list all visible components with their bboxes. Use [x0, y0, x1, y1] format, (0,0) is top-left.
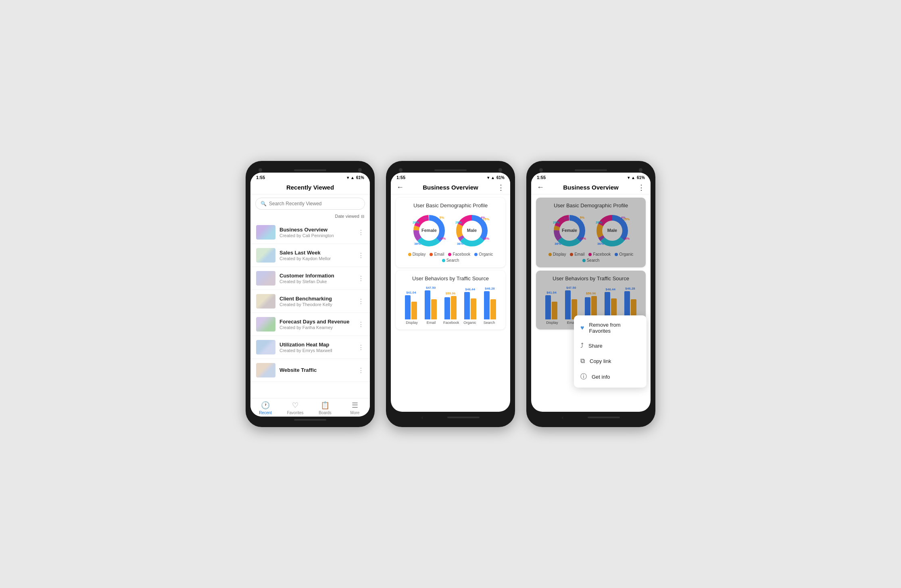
- more-button-2[interactable]: ⋮: [497, 183, 505, 192]
- back-button-3[interactable]: ←: [537, 183, 544, 192]
- donut-row-3: Female 26% 12% 5% 19% 38%: [539, 213, 642, 249]
- female-donut-3: Female 26% 12% 5% 19% 38%: [551, 213, 588, 249]
- nav-favorites-label: Favorites: [287, 411, 303, 415]
- item-creator-5: Created by Emrys Maxwell: [279, 348, 355, 353]
- search-bar-1[interactable]: 🔍: [255, 198, 365, 210]
- home-bar-3: [588, 417, 620, 418]
- phone-3: 1:55 ▾ ▲ 61% ← Business Overview ⋮ User …: [526, 161, 655, 427]
- list-item[interactable]: Client Benchmarking Created by Theodore …: [250, 290, 370, 313]
- donut-legend-3: Display Email Facebook Organic Search: [539, 252, 642, 263]
- screen-title-1: Recently Viewed: [286, 184, 334, 191]
- phone-2: 1:55 ▾ ▲ 61% ← Business Overview ⋮ User …: [386, 161, 515, 427]
- demographic-title-2: User Basic Demographic Profile: [399, 202, 502, 209]
- nav-recent[interactable]: 🕐 Recent: [250, 401, 280, 415]
- bar-labels-2: Display Email Facebook Organic Search: [400, 319, 501, 325]
- more-button-3[interactable]: ⋮: [638, 183, 645, 192]
- menu-get-info[interactable]: ⓘ Get info: [574, 369, 647, 385]
- status-bar-2: 1:55 ▾ ▲ 61%: [391, 173, 510, 181]
- screen-title-2: Business Overview: [423, 184, 478, 191]
- male-donut: Male 28% 4% 15% 18% 36%: [454, 213, 490, 249]
- svg-text:Female: Female: [562, 228, 577, 233]
- item-dots-0[interactable]: ⋮: [355, 229, 364, 236]
- camera-dot-right: [358, 168, 362, 172]
- item-dots-2[interactable]: ⋮: [355, 275, 364, 282]
- bars-container-3: $41.04 $47.50: [541, 287, 641, 319]
- thumbnail-heat: [256, 340, 275, 354]
- item-dots-5[interactable]: ⋮: [355, 344, 364, 351]
- screen-header-1: Recently Viewed: [250, 181, 370, 194]
- screen-header-2: ← Business Overview ⋮: [391, 181, 510, 194]
- item-dots-4[interactable]: ⋮: [355, 321, 364, 328]
- item-dots-1[interactable]: ⋮: [355, 252, 364, 259]
- home-bar-2: [447, 417, 480, 418]
- bar-chart-2: $41.04 $47.50: [399, 286, 502, 325]
- item-name-2: Customer Information: [279, 273, 355, 279]
- item-creator-1: Created by Kaydon Mellor: [279, 256, 355, 261]
- thumbnail-sales: [256, 248, 275, 263]
- list-item[interactable]: Business Overview Created by Cali Pennin…: [250, 221, 370, 244]
- back-nav-3[interactable]: ‹: [562, 414, 564, 421]
- wifi-icon-3: ▾: [628, 175, 630, 180]
- phone-1: 1:55 ▾ ▲ 61% Recently Viewed 🔍 Date view…: [246, 161, 375, 427]
- info-icon: ⓘ: [580, 373, 587, 381]
- item-name-3: Client Benchmarking: [279, 296, 355, 302]
- screen-header-3: ← Business Overview ⋮: [531, 181, 651, 194]
- context-menu: ♥ Remove from Favorites ⤴ Share ⧉ Copy l…: [574, 315, 647, 388]
- phone-bottom-2: ‹: [391, 412, 510, 422]
- list-item[interactable]: Utilization Heat Map Created by Emrys Ma…: [250, 336, 370, 359]
- traffic-title-3: User Behaviors by Traffic Source: [539, 275, 642, 281]
- time-1: 1:55: [256, 175, 265, 180]
- bars-container-2: $41.04 $47.50: [400, 287, 501, 319]
- camera-dot-right-3: [639, 168, 642, 172]
- back-nav-2[interactable]: ‹: [421, 414, 423, 421]
- thumbnail-client: [256, 294, 275, 309]
- list-info-2: Customer Information Created by Stefan D…: [279, 273, 355, 284]
- demographic-card-2: User Basic Demographic Profile: [396, 198, 505, 267]
- speaker-bar: [294, 169, 326, 171]
- boards-icon: 📋: [321, 401, 330, 410]
- menu-share[interactable]: ⤴ Share: [574, 338, 647, 353]
- speaker-bar-2: [434, 169, 467, 171]
- item-creator-0: Created by Cali Pennington: [279, 233, 355, 238]
- demographic-title-3: User Basic Demographic Profile: [539, 202, 642, 209]
- recent-icon: 🕐: [261, 401, 270, 410]
- thumbnail-business: [256, 225, 275, 240]
- copy-icon: ⧉: [580, 357, 585, 365]
- thumbnail-website: [256, 363, 275, 377]
- label-facebook: Facebook: [443, 321, 458, 325]
- filter-icon[interactable]: ⊟: [361, 214, 364, 219]
- search-input-1[interactable]: [269, 201, 360, 206]
- status-bar-1: 1:55 ▾ ▲ 61%: [250, 173, 370, 181]
- label-search: Search: [482, 321, 496, 325]
- list-item[interactable]: Forecast Days and Revenue Created by Far…: [250, 313, 370, 336]
- phone-bottom-1: [250, 417, 370, 422]
- list-item[interactable]: Sales Last Week Created by Kaydon Mellor…: [250, 244, 370, 267]
- donut-legend-2: Display Email Facebook Organic Search: [399, 252, 502, 263]
- status-bar-3: 1:55 ▾ ▲ 61%: [531, 173, 651, 181]
- item-dots-6[interactable]: ⋮: [355, 367, 364, 374]
- menu-remove-favorites[interactable]: ♥ Remove from Favorites: [574, 318, 647, 338]
- screen-title-3: Business Overview: [563, 184, 619, 191]
- menu-copy-link[interactable]: ⧉ Copy link: [574, 353, 647, 369]
- label-organic: Organic: [463, 321, 477, 325]
- svg-text:Female: Female: [421, 228, 437, 233]
- list-area: Business Overview Created by Cali Pennin…: [250, 221, 370, 398]
- camera-dot-left-3: [539, 168, 543, 172]
- nav-boards[interactable]: 📋 Boards: [310, 401, 340, 415]
- nav-favorites[interactable]: ♡ Favorites: [280, 401, 310, 415]
- traffic-card-2: User Behaviors by Traffic Source $41.04: [396, 271, 505, 329]
- nav-more[interactable]: ☰ More: [340, 401, 370, 415]
- camera-dot-left-2: [399, 168, 403, 172]
- back-button-2[interactable]: ←: [396, 183, 404, 192]
- signal-icon-2: ▲: [491, 175, 495, 180]
- nav-boards-label: Boards: [319, 411, 332, 415]
- item-creator-4: Created by Fariha Kearney: [279, 325, 355, 330]
- signal-icon: ▲: [350, 175, 355, 180]
- nav-more-label: More: [350, 411, 360, 415]
- list-item[interactable]: Website Traffic ⋮: [250, 359, 370, 382]
- thumbnail-forecast: [256, 317, 275, 332]
- list-item[interactable]: Customer Information Created by Stefan D…: [250, 267, 370, 290]
- item-dots-3[interactable]: ⋮: [355, 298, 364, 305]
- item-name-0: Business Overview: [279, 227, 355, 233]
- search-icon-1: 🔍: [261, 201, 267, 206]
